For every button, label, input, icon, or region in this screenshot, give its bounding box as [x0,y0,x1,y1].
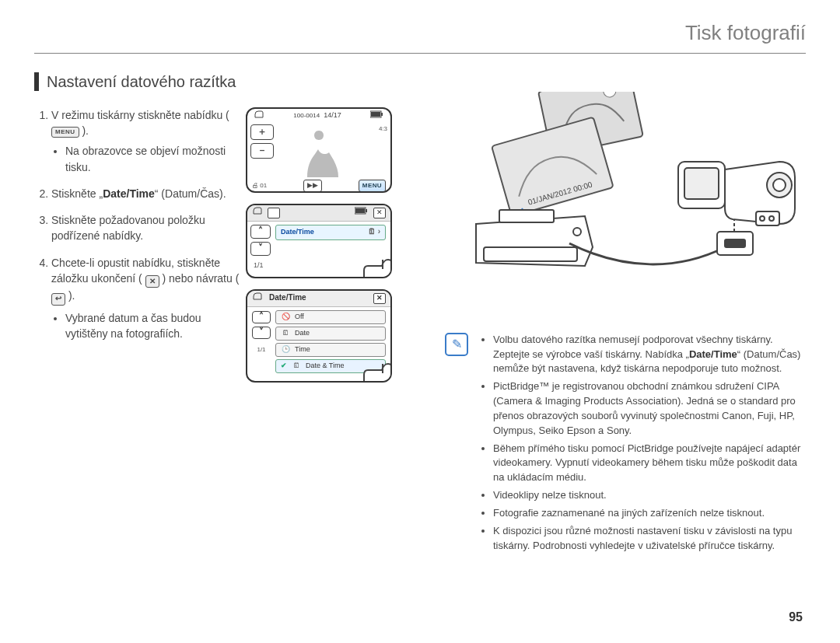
note-4: Videoklipy nelze tisknout. [493,488,806,503]
pictbridge-icon [252,206,263,219]
option-date[interactable]: 🗓Date [275,327,386,341]
step-3: Stiskněte požadovanou položku podřízené … [51,212,246,244]
svg-point-20 [773,179,786,191]
step-1-text-b: ). [82,124,89,137]
scroll-up-button[interactable]: ˄ [250,225,271,239]
screen-menu: ✕ ˄ ˅ Date/Time 🗓 › 1/1 [246,204,392,278]
option-time-label: Time [295,344,310,355]
option-off-label: Off [295,312,304,322]
submenu-title: Date/Time [269,292,306,304]
svg-rect-1 [381,113,383,116]
steps-column: V režimu tiskárny stiskněte nabídku ( ME… [34,107,246,557]
screen-playback: 100-0014 14/17 ＋ － [246,107,392,193]
pointing-hand-icon [356,344,392,382]
step-2-text-c: “ (Datum/Čas). [155,187,226,200]
svg-point-23 [769,216,774,221]
right-column: 01/JAN/2012 00:00 [417,107,806,557]
option-off[interactable]: 🚫Off [275,310,386,324]
page-title: Tisk fotografií [685,21,806,44]
close-tab[interactable]: ✕ [373,293,386,304]
pictbridge-icon [252,292,263,305]
copies-count: 01 [260,182,267,189]
pointing-hand-icon [356,239,392,278]
scroll-down-button[interactable]: ˅ [250,242,271,256]
connection-diagram: 01/JAN/2012 00:00 [445,107,806,263]
step-1: V režimu tiskárny stiskněte nabídku ( ME… [51,107,246,175]
plus-button[interactable]: ＋ [250,124,274,140]
heading-bar [34,72,39,91]
file-number: 100-0014 [293,112,320,119]
battery-icon [355,207,369,218]
screens-column: 100-0014 14/17 ＋ － [246,107,417,557]
step-4-text-b: ) nebo návratu ( [163,272,240,285]
photo-thumbnail [277,123,361,179]
note-icon: ✎ [445,333,468,356]
menu-item-date-time[interactable]: Date/Time 🗓 › [275,225,386,240]
tab-icon[interactable] [268,208,280,218]
submenu-page-indicator: 1/1 [252,345,271,355]
svg-rect-13 [484,247,577,261]
step-2-bold: Date/Time [103,187,155,200]
svg-point-22 [760,216,765,221]
svg-rect-4 [366,209,367,212]
screen-submenu: Date/Time ✕ ˄ ˅ 1/1 🚫Off 🗓Date 🕒Time ✔🗓D… [246,289,392,383]
back-icon: ↩ [51,293,65,306]
svg-rect-2 [371,112,380,117]
step-4-sub: Vybrané datum a čas budou vytištěny na f… [65,310,246,342]
title-bar: Tisk fotografií [34,19,806,54]
section-heading: Nastavení datového razítka [34,71,806,93]
svg-rect-8 [492,117,614,216]
note-6: K dispozici jsou různé možnosti nastaven… [493,524,806,554]
menu-button[interactable]: MENU [359,180,386,192]
note-2: PictBridge™ je registrovanou obchodní zn… [493,379,806,438]
scroll-down-button[interactable]: ˅ [252,327,271,339]
svg-rect-12 [499,210,554,222]
notes-block: ✎ Volbu datového razítka nemusejí podpor… [445,333,806,557]
pictbridge-icon [254,110,264,122]
step-1-text-a: V režimu tiskárny stiskněte nabídku ( [51,109,229,121]
section-title: Nastavení datového razítka [47,71,236,93]
step-2: Stiskněte „Date/Time“ (Datum/Čas). [51,186,246,201]
close-tab[interactable]: ✕ [373,208,386,218]
page-number: 95 [789,608,803,626]
image-counter: 14/17 [324,111,341,119]
note-3: Během přímého tisku pomocí PictBridge po… [493,442,806,486]
svg-rect-18 [684,168,719,199]
svg-point-14 [573,228,581,236]
notes-list: Volbu datového razítka nemusejí podporov… [479,333,806,557]
option-date-time-label: Date & Time [306,361,345,371]
note-1: Volbu datového razítka nemusejí podporov… [493,333,806,377]
scroll-up-button[interactable]: ˄ [252,311,271,323]
svg-rect-16 [725,239,745,247]
svg-rect-5 [355,208,365,213]
page: Tisk fotografií Nastavení datového razít… [0,0,840,643]
menu-icon: MENU [51,127,79,138]
step-2-text-a: Stiskněte „ [51,187,103,200]
minus-button[interactable]: － [250,143,274,159]
menu-page-indicator: 1/1 [254,260,264,271]
note-5: Fotografie zaznamenané na jiných zařízen… [493,506,806,521]
step-4: Chcete-li opustit nabídku, stiskněte zál… [51,255,246,341]
steps-list: V režimu tiskárny stiskněte nabídku ( ME… [34,107,246,341]
play-button[interactable]: ▶▶ [303,180,322,192]
step-1-sub: Na obrazovce se objeví možnosti tisku. [65,143,246,175]
menu-item-label: Date/Time [281,227,314,237]
step-4-text-c: ). [68,289,75,302]
battery-icon [370,110,384,121]
close-icon: ✕ [145,275,159,288]
option-date-label: Date [295,328,310,338]
